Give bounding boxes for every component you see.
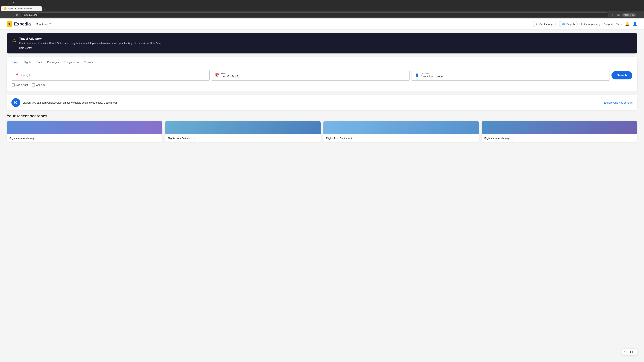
reload-button[interactable]: ↻	[15, 13, 19, 17]
onekey-message: Lauren, you can earn OneKeyCash on every…	[23, 101, 602, 104]
tab-packages[interactable]: Packages	[47, 61, 59, 66]
close-button[interactable]: ✕	[12, 1, 15, 5]
user-account-button[interactable]: 👤	[633, 22, 637, 26]
browser-titlebar: ─ □ ✕	[0, 0, 644, 6]
window-controls: ─ □ ✕	[2, 1, 15, 5]
logo[interactable]: ✈ Expedia	[7, 21, 31, 27]
card-label: Flights from Anchorage to	[482, 134, 637, 142]
logo-text: Expedia	[14, 21, 31, 27]
add-car-checkbox-box[interactable]	[32, 83, 35, 86]
page-content: ✈ Expedia More travel ▾ ⬇ Get the app 🌐 …	[0, 18, 644, 360]
person-icon: 👤	[415, 73, 419, 77]
card-image	[482, 121, 637, 134]
onekey-banner: K Lauren, you can earn OneKeyCash on eve…	[7, 95, 637, 110]
add-flight-label: Add a flight	[16, 84, 28, 86]
list-item[interactable]: Flights from Anchorage to	[482, 121, 637, 142]
recent-search-cards: Flights from Anchorage to Flights from B…	[7, 121, 637, 142]
search-extras: Add a flight Add a car	[12, 83, 632, 86]
list-property-link[interactable]: List your property	[581, 23, 600, 25]
more-menu-icon[interactable]: ⋮	[637, 13, 642, 17]
search-widget: Stays Flights Cars Packages Things to do…	[7, 57, 637, 91]
list-item[interactable]: Flights from Anchorage to	[7, 121, 162, 142]
add-flight-checkbox[interactable]: Add a flight	[12, 83, 28, 86]
add-flight-checkbox-box[interactable]	[12, 83, 15, 86]
warning-icon: ⚠	[12, 37, 16, 43]
avatar: K	[12, 98, 20, 107]
chat-icon: 💬	[624, 351, 628, 354]
tab-cars[interactable]: Cars	[36, 61, 42, 66]
tab-cruises[interactable]: Cruises	[84, 61, 93, 66]
travelers-label: Travelers	[421, 72, 444, 75]
dates-content: Dates Jan 30 - Jan 31	[221, 72, 240, 78]
bookmark-icon[interactable]: ☆	[610, 13, 615, 17]
more-travel-label: More travel	[36, 23, 48, 25]
notifications-button[interactable]: 🔔	[625, 22, 630, 26]
add-car-checkbox[interactable]: Add a car	[32, 83, 46, 86]
calendar-icon: 📅	[215, 73, 219, 77]
globe-icon: 🌐	[562, 22, 565, 25]
advisory-banner: ⚠ Travel Advisory Due to winter weather …	[7, 33, 637, 53]
recent-searches-title: Your recent searches	[7, 114, 47, 118]
going-to-placeholder: Going to	[21, 74, 31, 77]
search-tabs: Stays Flights Cars Packages Things to do…	[12, 61, 632, 66]
trips-link[interactable]: Trips	[616, 23, 622, 25]
card-label: Flights from Anchorage to	[7, 134, 162, 142]
language-button[interactable]: 🌐 English	[559, 21, 578, 27]
url-display: expedia.com	[24, 13, 37, 16]
card-image	[323, 121, 479, 134]
tab-close-button[interactable]: ✕	[37, 7, 39, 10]
help-center-link[interactable]: Help Center	[19, 46, 32, 49]
travelers-value: 2 travelers, 1 room	[421, 75, 444, 78]
dates-field[interactable]: 📅 Dates Jan 30 - Jan 31	[212, 70, 410, 81]
explore-onekey-link[interactable]: Explore One Key benefits	[604, 101, 632, 104]
logo-icon: ✈	[7, 21, 12, 27]
card-image	[7, 121, 162, 134]
header-actions: ⬇ Get the app 🌐 English List your proper…	[533, 21, 637, 27]
advisory-text: Due to winter weather in the United Stat…	[19, 41, 163, 45]
minimize-button[interactable]: ─	[2, 1, 6, 5]
get-app-label: Get the app	[539, 23, 552, 25]
advisory-title: Travel Advisory	[19, 37, 163, 40]
help-button[interactable]: 💬 Help	[621, 349, 637, 355]
advisory-content: Travel Advisory Due to winter weather in…	[19, 37, 163, 49]
more-travel-button[interactable]: More travel ▾	[34, 21, 52, 26]
tab-things-to-do[interactable]: Things to do	[64, 61, 79, 66]
new-tab-button[interactable]: +	[42, 7, 46, 11]
get-app-button[interactable]: ⬇ Get the app	[533, 21, 556, 27]
maximize-button[interactable]: □	[7, 1, 10, 5]
forward-button[interactable]: →	[8, 13, 13, 17]
travelers-field[interactable]: 👤 Travelers 2 travelers, 1 room	[412, 70, 610, 81]
back-button[interactable]: ←	[2, 13, 7, 17]
site-header: ✈ Expedia More travel ▾ ⬇ Get the app 🌐 …	[0, 18, 644, 30]
add-car-label: Add a car	[36, 84, 46, 86]
help-label: Help	[629, 351, 634, 354]
section-header: Your recent searches	[7, 114, 637, 118]
tab-favicon: 🟡	[4, 7, 6, 10]
tab-flights[interactable]: Flights	[24, 61, 31, 66]
tab-title: Expedia Travel: Vacation Hom...	[8, 7, 36, 10]
chevron-down-icon: ▾	[50, 22, 51, 25]
going-to-field[interactable]: 📍 Going to	[12, 70, 210, 81]
search-button[interactable]: Search	[612, 71, 632, 79]
card-label: Flights from Baltimore to	[165, 134, 321, 142]
card-image	[165, 121, 321, 134]
language-label: English	[566, 23, 575, 25]
recent-searches: Your recent searches Flights from Anchor…	[7, 114, 637, 142]
going-to-content: Going to	[21, 74, 31, 77]
tab-bar: 🟡 Expedia Travel: Vacation Hom... ✕ +	[0, 6, 644, 11]
active-tab[interactable]: 🟡 Expedia Travel: Vacation Hom... ✕	[1, 6, 42, 11]
list-item[interactable]: Flights from Baltimore to	[323, 121, 479, 142]
support-link[interactable]: Support	[604, 23, 613, 25]
travelers-content: Travelers 2 travelers, 1 room	[421, 72, 444, 78]
dates-value: Jan 30 - Jan 31	[221, 75, 240, 78]
list-item[interactable]: Flights from Baltimore to	[165, 121, 321, 142]
address-bar: ← → ↻ expedia.com ☆ ▣ Incognito (2) ⋮	[0, 11, 644, 18]
card-label: Flights from Baltimore to	[323, 134, 479, 142]
search-fields: 📍 Going to 📅 Dates Jan 30 - Jan 31 👤 Tra…	[12, 70, 632, 81]
download-icon: ⬇	[536, 22, 538, 25]
tab-stays[interactable]: Stays	[12, 61, 18, 66]
incognito-badge[interactable]: Incognito (2)	[622, 13, 636, 16]
browser-chrome: ─ □ ✕ 🟡 Expedia Travel: Vacation Hom... …	[0, 0, 644, 18]
url-bar[interactable]: expedia.com	[21, 12, 609, 17]
sidebar-icon[interactable]: ▣	[616, 13, 621, 17]
